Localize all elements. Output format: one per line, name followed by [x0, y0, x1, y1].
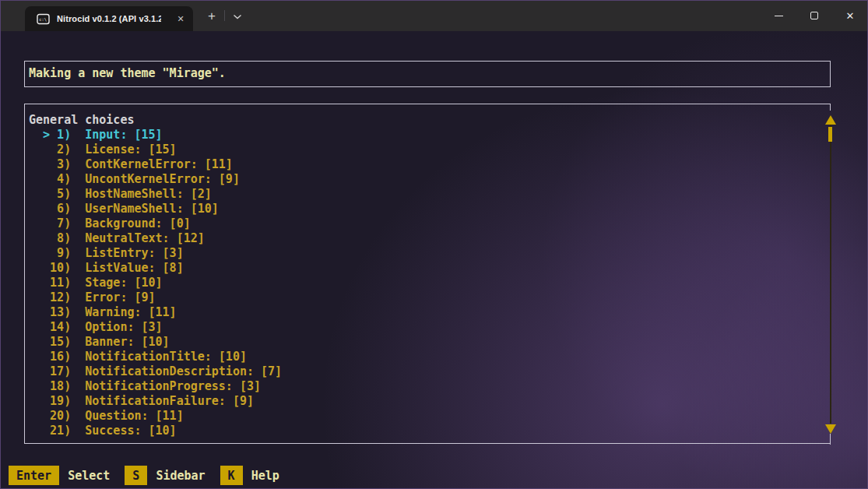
list-item[interactable]: 11) Stage: [10]	[29, 276, 831, 290]
key-badge-k[interactable]: K	[220, 466, 243, 485]
list-item[interactable]: 13) Warning: [11]	[29, 305, 831, 320]
scrollbar-thumb[interactable]	[828, 127, 832, 142]
list-item[interactable]: 12) Error: [9]	[29, 290, 831, 305]
chevron-down-icon	[233, 14, 242, 19]
tab-title: Nitrocid v0.1.2 (API v3.1.27.48)	[57, 14, 161, 23]
terminal-content: Making a new theme "Mirage". General cho…	[0, 31, 868, 489]
scroll-down-arrow-icon[interactable]	[825, 424, 836, 434]
minimize-button[interactable]	[761, 0, 796, 31]
tab-bar-divider	[224, 10, 225, 21]
tab-dropdown-button[interactable]	[229, 8, 246, 25]
scroll-up-arrow-icon[interactable]	[825, 115, 836, 125]
list-item[interactable]: 18) NotificationProgress: [3]	[29, 379, 831, 394]
list-item[interactable]: 5) HostNameShell: [2]	[29, 187, 831, 202]
key-label-help: Help	[251, 469, 279, 483]
list-item[interactable]: 19) NotificationFailure: [9]	[29, 394, 831, 409]
status-bar: Enter Select S Sidebar K Help	[9, 466, 279, 485]
list-item[interactable]: 3) ContKernelError: [11]	[29, 157, 831, 172]
list-item[interactable]: 8) NeutralText: [12]	[29, 231, 831, 246]
key-badge-s[interactable]: S	[125, 466, 147, 485]
tab-nitrocid[interactable]: c:\ Nitrocid v0.1.2 (API v3.1.27.48) ✕	[25, 6, 193, 31]
message-text: Making a new theme "Mirage".	[25, 62, 830, 86]
choices-box-right-border-bottom	[830, 434, 831, 445]
key-label-sidebar: Sidebar	[156, 469, 205, 483]
titlebar: c:\ Nitrocid v0.1.2 (API v3.1.27.48) ✕ +…	[0, 0, 868, 31]
key-badge-enter[interactable]: Enter	[9, 466, 59, 485]
command-prompt-icon: c:\	[37, 13, 50, 25]
list-item[interactable]: 21) Success: [10]	[29, 424, 831, 438]
choices-header: General choices	[25, 113, 831, 128]
message-box: Making a new theme "Mirage".	[24, 61, 831, 87]
minimize-icon	[775, 16, 783, 16]
scrollbar-track	[830, 125, 831, 424]
list-item[interactable]: 16) NotificationTitle: [10]	[29, 350, 831, 364]
list-item[interactable]: 17) NotificationDescription: [7]	[29, 364, 831, 379]
new-tab-button[interactable]: +	[202, 8, 221, 25]
key-label-select: Select	[68, 469, 110, 483]
choices-box-right-border-top	[830, 104, 831, 111]
list-item[interactable]: 9) ListEntry: [3]	[29, 246, 831, 261]
svg-text:c:\: c:\	[39, 16, 47, 21]
list-item[interactable]: 2) License: [15]	[29, 142, 831, 157]
maximize-icon	[810, 12, 818, 19]
list-item[interactable]: 10) ListValue: [8]	[29, 261, 831, 276]
list-item[interactable]: 7) Background: [0]	[29, 216, 831, 231]
list-item[interactable]: 20) Question: [11]	[29, 409, 831, 424]
terminal-window: c:\ Nitrocid v0.1.2 (API v3.1.27.48) ✕ +…	[0, 0, 868, 489]
tab-close-icon[interactable]: ✕	[173, 11, 188, 26]
list-item[interactable]: 4) UncontKernelError: [9]	[29, 172, 831, 187]
choices-list: > 1) Input: [15] 2) License: [15] 3) Con…	[25, 128, 831, 438]
window-controls: ✕	[761, 0, 868, 31]
list-item[interactable]: > 1) Input: [15]	[29, 128, 831, 142]
maximize-button[interactable]	[796, 0, 832, 31]
list-item[interactable]: 15) Banner: [10]	[29, 335, 831, 350]
list-item[interactable]: 6) UserNameShell: [10]	[29, 202, 831, 216]
choices-box: General choices > 1) Input: [15] 2) Lice…	[24, 104, 831, 444]
close-button[interactable]: ✕	[832, 0, 868, 31]
list-item[interactable]: 14) Option: [3]	[29, 320, 831, 335]
